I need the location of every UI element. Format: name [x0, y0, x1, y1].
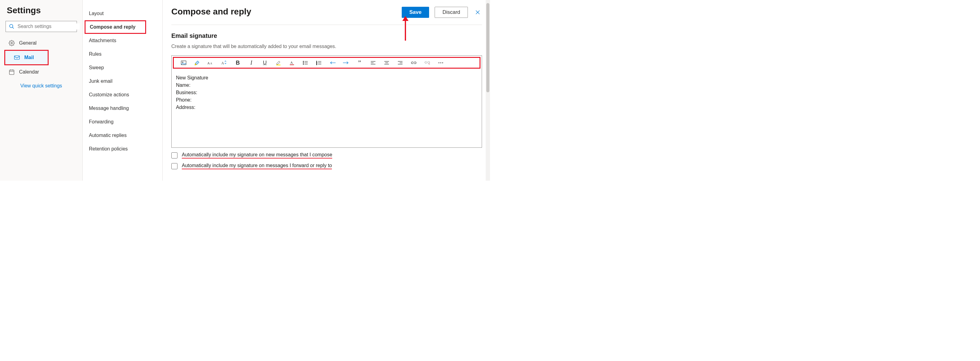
mail-icon: [14, 55, 20, 60]
bulleted-list-button[interactable]: [299, 58, 312, 68]
panel-title: Compose and reply: [171, 7, 251, 17]
quote-icon: ”: [358, 61, 361, 64]
annotation-highlight-compose-reply: Compose and reply: [84, 20, 146, 34]
signature-textarea[interactable]: New Signature Name: Business: Phone: Add…: [172, 69, 482, 147]
underline-button[interactable]: U: [258, 58, 272, 68]
subnav-retention-policies[interactable]: Retention policies: [83, 142, 162, 156]
svg-point-11: [182, 62, 183, 63]
settings-main-panel: Compose and reply Save Discard Email sig…: [163, 0, 490, 180]
numbered-list-button[interactable]: 123: [312, 58, 326, 68]
quote-button[interactable]: ”: [353, 58, 366, 68]
signature-line: Phone:: [176, 96, 477, 104]
insert-link-button[interactable]: [407, 58, 420, 68]
highlight-button[interactable]: [272, 58, 285, 68]
subnav-sweep[interactable]: Sweep: [83, 61, 162, 75]
close-button[interactable]: [473, 8, 482, 17]
subnav-forwarding[interactable]: Forwarding: [83, 115, 162, 129]
signature-editor: AA A B I U A 123 ” New Signature Name: B…: [171, 55, 482, 148]
svg-point-0: [10, 24, 13, 28]
scrollbar-track[interactable]: [486, 0, 490, 180]
include-signature-reply-row: Automatically include my signature on me…: [171, 163, 482, 169]
category-label: Calendar: [19, 69, 39, 75]
font-family-button[interactable]: AA: [204, 58, 218, 68]
scrollbar-thumb[interactable]: [486, 3, 489, 92]
svg-point-44: [441, 62, 441, 63]
category-mail[interactable]: Mail: [5, 51, 48, 64]
search-settings-box[interactable]: [6, 21, 77, 32]
increase-indent-button[interactable]: [339, 58, 353, 68]
header-actions: Save Discard: [402, 7, 482, 18]
subnav-attachments[interactable]: Attachments: [83, 34, 162, 47]
numbered-list-icon: 123: [316, 60, 322, 65]
bulleted-list-icon: [303, 60, 308, 65]
align-left-icon: [370, 61, 376, 65]
svg-line-1: [12, 27, 14, 29]
svg-text:A: A: [210, 62, 212, 65]
format-painter-button[interactable]: [190, 58, 204, 68]
svg-text:3: 3: [316, 63, 317, 65]
format-painter-icon: [194, 60, 200, 65]
more-options-button[interactable]: [434, 58, 447, 68]
view-quick-settings-link[interactable]: View quick settings: [0, 79, 83, 89]
remove-link-button[interactable]: [420, 58, 434, 68]
font-color-icon: A: [289, 60, 295, 65]
svg-point-20: [303, 62, 304, 63]
settings-sidebar: Settings General Mail Calendar View quic…: [0, 0, 83, 180]
search-input[interactable]: [17, 23, 80, 30]
align-center-icon: [384, 61, 390, 65]
decrease-indent-button[interactable]: [326, 58, 339, 68]
close-icon: [475, 9, 481, 15]
settings-title: Settings: [7, 6, 83, 15]
email-signature-description: Create a signature that will be automati…: [171, 44, 482, 49]
svg-text:A: A: [290, 61, 293, 64]
include-signature-new-checkbox[interactable]: [171, 152, 178, 158]
svg-text:A: A: [221, 61, 224, 65]
subnav-automatic-replies[interactable]: Automatic replies: [83, 129, 162, 142]
italic-button[interactable]: I: [245, 58, 258, 68]
svg-point-43: [439, 62, 439, 63]
remove-link-icon: [424, 61, 430, 65]
svg-point-45: [442, 62, 443, 63]
discard-button[interactable]: Discard: [434, 7, 468, 18]
align-left-button[interactable]: [366, 58, 380, 68]
insert-image-button[interactable]: [177, 58, 190, 68]
svg-rect-15: [276, 65, 280, 65]
category-label: Mail: [24, 55, 34, 60]
category-label: General: [19, 40, 37, 46]
include-signature-new-label: Automatically include my signature on ne…: [182, 152, 332, 158]
include-signature-reply-label: Automatically include my signature on me…: [182, 163, 332, 169]
svg-point-18: [303, 61, 304, 62]
subnav-layout[interactable]: Layout: [83, 7, 162, 20]
signature-line: New Signature: [176, 74, 477, 81]
svg-point-22: [303, 64, 304, 64]
category-calendar[interactable]: Calendar: [0, 65, 83, 79]
more-options-icon: [438, 62, 444, 64]
align-center-button[interactable]: [380, 58, 393, 68]
search-icon: [9, 24, 14, 29]
annotation-highlight-mail: Mail: [4, 50, 49, 65]
font-size-button[interactable]: A: [218, 58, 231, 68]
align-right-button[interactable]: [393, 58, 407, 68]
mail-settings-subnav: Layout Compose and reply Attachments Rul…: [83, 0, 163, 180]
include-signature-reply-checkbox[interactable]: [171, 163, 178, 169]
category-general[interactable]: General: [0, 36, 83, 50]
subnav-junk-email[interactable]: Junk email: [83, 75, 162, 88]
italic-icon: I: [250, 60, 252, 66]
subnav-message-handling[interactable]: Message handling: [83, 102, 162, 115]
signature-line: Business:: [176, 89, 477, 96]
font-color-button[interactable]: A: [285, 58, 299, 68]
subnav-rules[interactable]: Rules: [83, 47, 162, 61]
svg-rect-4: [10, 70, 14, 75]
email-signature-heading: Email signature: [171, 32, 482, 39]
align-right-icon: [398, 61, 403, 65]
decrease-indent-icon: [329, 61, 336, 65]
panel-header: Compose and reply Save Discard: [171, 7, 482, 18]
font-family-icon: AA: [207, 60, 214, 65]
subnav-customize-actions[interactable]: Customize actions: [83, 88, 162, 102]
svg-marker-47: [402, 16, 409, 21]
signature-line: Address:: [176, 104, 477, 111]
annotation-arrow-save: [401, 16, 410, 41]
bold-button[interactable]: B: [231, 58, 245, 68]
subnav-compose-and-reply[interactable]: Compose and reply: [86, 21, 145, 33]
editor-toolbar: AA A B I U A 123 ”: [173, 57, 480, 69]
